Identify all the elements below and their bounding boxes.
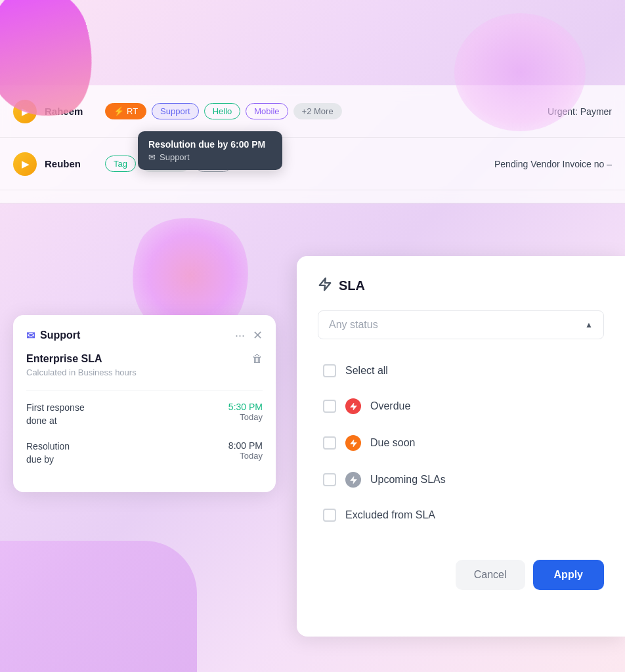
row-message: Pending Vendor Invoice no – [494, 159, 612, 169]
sla-first-response-label: First responsedone at [26, 402, 85, 427]
sla-first-response-value: 5:30 PM Today [228, 402, 263, 422]
sla-name: Enterprise SLA [26, 353, 137, 365]
apply-button[interactable]: Apply [533, 560, 604, 590]
cancel-button[interactable]: Cancel [456, 560, 525, 590]
status-selector[interactable]: Any status ▲ [318, 310, 604, 339]
checkbox-item-due-soon[interactable]: Due soon [318, 426, 604, 460]
tooltip-title: Resolution due by 6:00 PM [148, 139, 272, 150]
tag-hello[interactable]: Hello [204, 103, 241, 119]
support-panel-title: ✉ Support [26, 329, 80, 342]
sla-filter-panel: SLA Any status ▲ Select all Overdue [297, 256, 625, 637]
support-panel: ✉ Support ··· ✕ Enterprise SLA Calculate… [13, 315, 276, 492]
tooltip-subtitle: ✉ Support [148, 152, 272, 162]
more-options-button[interactable]: ··· [235, 329, 245, 343]
divider [26, 390, 263, 391]
sla-tooltip: Resolution due by 6:00 PM ✉ Support [138, 131, 282, 170]
chevron-up-icon: ▲ [585, 320, 593, 329]
panel-footer: Cancel Apply [318, 547, 604, 606]
avatar: ▶ [13, 152, 37, 176]
tag-mobile[interactable]: Mobile [246, 103, 288, 119]
svg-marker-3 [350, 476, 356, 484]
checkbox-overdue[interactable] [323, 400, 336, 413]
tag-support[interactable]: Support [152, 103, 199, 119]
main-content: ▶ Raheem ⚡ RT Support Hello Mobile +2 Mo… [0, 0, 625, 672]
delete-sla-button[interactable]: 🗑 [252, 353, 263, 365]
checkbox-item-overdue[interactable]: Overdue [318, 389, 604, 423]
checkbox-item-upcoming[interactable]: Upcoming SLAs [318, 463, 604, 497]
checkbox-label-upcoming: Upcoming SLAs [370, 474, 446, 486]
bolt-icon [318, 277, 332, 295]
sla-description: Calculated in Business hours [26, 368, 137, 377]
checkbox-item-select-all[interactable]: Select all [318, 355, 604, 387]
decorative-blob-4 [0, 541, 197, 672]
user-name: Reuben [45, 158, 97, 169]
sla-resolution-label: Resolutiondue by [26, 440, 70, 466]
sla-panel-title: SLA [339, 278, 365, 293]
sla-row-first-response: First responsedone at 5:30 PM Today [26, 402, 263, 427]
sla-first-response-date: Today [228, 412, 263, 422]
support-panel-actions: ··· ✕ [235, 328, 263, 343]
upcoming-icon [345, 472, 361, 488]
overdue-icon [345, 398, 361, 414]
checkbox-upcoming[interactable] [323, 473, 336, 486]
close-button[interactable]: ✕ [253, 328, 263, 343]
sla-resolution-time: 8:00 PM [228, 440, 263, 451]
checkbox-label-excluded: Excluded from SLA [345, 509, 435, 521]
due-soon-icon [345, 435, 361, 451]
svg-marker-1 [350, 403, 356, 410]
checkbox-due-soon[interactable] [323, 436, 336, 450]
decorative-blob-2 [454, 13, 586, 131]
sla-first-response-time: 5:30 PM [228, 402, 263, 412]
inbox-icon: ✉ [148, 152, 156, 162]
sla-panel-header: SLA [318, 277, 604, 295]
sla-resolution-value: 8:00 PM Today [228, 440, 263, 461]
status-placeholder: Any status [329, 319, 378, 331]
checkbox-list: Select all Overdue [318, 355, 604, 531]
checkbox-excluded[interactable] [323, 509, 336, 522]
svg-marker-0 [320, 278, 331, 290]
tag-rt[interactable]: ⚡ RT [105, 103, 146, 119]
tag-tag[interactable]: Tag [105, 156, 136, 172]
table-row: ▶ Reuben Tag +2 More More Pending Vendor… [0, 138, 625, 190]
sla-row-resolution: Resolutiondue by 8:00 PM Today [26, 440, 263, 466]
checkbox-select-all[interactable] [323, 364, 336, 377]
svg-marker-2 [350, 440, 356, 447]
checkbox-label-select-all: Select all [345, 365, 388, 377]
sla-resolution-date: Today [228, 451, 263, 461]
checkbox-label-overdue: Overdue [370, 400, 410, 412]
checkbox-item-excluded[interactable]: Excluded from SLA [318, 499, 604, 531]
inbox-icon: ✉ [26, 329, 35, 342]
tag-more[interactable]: +2 More [293, 103, 342, 119]
lightning-icon: ⚡ [114, 106, 124, 116]
checkbox-label-due-soon: Due soon [370, 437, 416, 449]
support-panel-header: ✉ Support ··· ✕ [26, 328, 263, 343]
